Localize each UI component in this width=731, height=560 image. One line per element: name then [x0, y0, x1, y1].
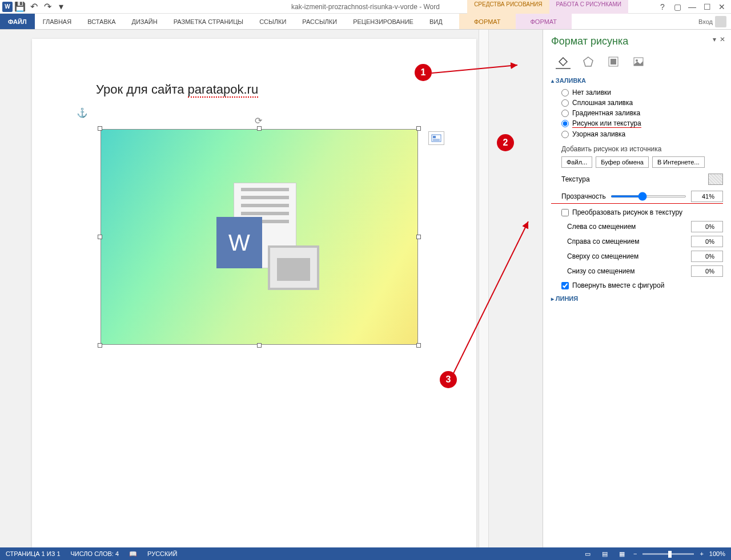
- statusbar: СТРАНИЦА 1 ИЗ 1 ЧИСЛО СЛОВ: 4 📖 РУССКИЙ …: [0, 547, 731, 560]
- online-button[interactable]: В Интернете...: [652, 156, 705, 168]
- offset-right-spinner[interactable]: [691, 236, 723, 247]
- offset-top-spinner[interactable]: [691, 251, 723, 262]
- status-page[interactable]: СТРАНИЦА 1 ИЗ 1: [6, 550, 61, 557]
- login-link[interactable]: Вход: [698, 18, 713, 25]
- file-button[interactable]: Файл...: [561, 156, 592, 168]
- page-heading: Урок для сайта paratapok.ru: [96, 82, 258, 97]
- transparency-label: Прозрачность: [561, 192, 606, 200]
- view-web-icon[interactable]: ▦: [616, 549, 628, 558]
- svg-line-9: [432, 65, 517, 73]
- resize-handle[interactable]: [98, 126, 102, 131]
- fill-solid-radio[interactable]: Сплошная заливка: [561, 99, 723, 107]
- status-proof-icon[interactable]: 📖: [129, 550, 137, 558]
- transparency-spinner[interactable]: [691, 191, 723, 202]
- fill-gradient-radio[interactable]: Градиентная заливка: [561, 109, 723, 117]
- anchor-icon: ⚓: [77, 107, 88, 118]
- status-words[interactable]: ЧИСЛО СЛОВ: 4: [71, 550, 119, 557]
- tab-design[interactable]: ДИЗАЙН: [123, 14, 165, 29]
- offset-top-label: Сверху со смещением: [567, 252, 691, 260]
- tab-layout[interactable]: РАЗМЕТКА СТРАНИЦЫ: [166, 14, 251, 29]
- offset-right-label: Справа со смещением: [567, 237, 691, 245]
- undo-icon[interactable]: ↶: [27, 1, 40, 13]
- annotation-badge-2: 2: [497, 134, 514, 151]
- tab-mailings[interactable]: РАССЫЛКИ: [294, 14, 345, 29]
- tab-insert[interactable]: ВСТАВКА: [79, 14, 123, 29]
- zoom-in-icon[interactable]: +: [700, 550, 703, 557]
- zoom-slider[interactable]: [642, 553, 694, 555]
- word-app-icon: W: [2, 2, 13, 12]
- shape-inner-graphic: W: [199, 177, 319, 297]
- ribbon-display-icon[interactable]: ▢: [672, 1, 683, 13]
- svg-line-10: [452, 221, 528, 376]
- annotation-badge-3: 3: [440, 371, 457, 388]
- resize-handle[interactable]: [98, 235, 102, 239]
- fill-section-header[interactable]: ЗАЛИВКА: [551, 77, 723, 84]
- rotate-checkbox[interactable]: [561, 282, 569, 289]
- resize-handle[interactable]: [257, 126, 262, 131]
- resize-handle[interactable]: [416, 235, 421, 239]
- annotation-badge-1: 1: [415, 64, 432, 81]
- offset-bottom-label: Снизу со смещением: [567, 267, 691, 275]
- tab-view[interactable]: ВИД: [421, 14, 451, 29]
- transparency-slider[interactable]: [610, 195, 686, 198]
- redo-icon[interactable]: ↷: [41, 1, 54, 13]
- fill-pattern-radio[interactable]: Узорная заливка: [561, 130, 723, 138]
- avatar-icon[interactable]: [715, 16, 726, 27]
- transparency-row: Прозрачность: [551, 191, 723, 204]
- clipboard-button[interactable]: Буфер обмена: [596, 156, 649, 168]
- help-icon[interactable]: ?: [657, 1, 668, 13]
- offset-left-spinner[interactable]: [691, 221, 723, 232]
- pane-title: Формат рисунка: [551, 35, 723, 47]
- titlebar: W 💾 ↶ ↷ ▾ kak-izmenit-prozrachnost-risun…: [0, 0, 731, 14]
- page: Урок для сайта paratapok.ru ⚓ ⟳ W: [32, 39, 476, 547]
- fill-line-tab-icon[interactable]: [556, 54, 571, 69]
- source-label: Добавить рисунок из источника: [561, 145, 723, 153]
- tab-references[interactable]: ССЫЛКИ: [251, 14, 294, 29]
- tile-checkbox-row[interactable]: Преобразовать рисунок в текстуру: [551, 208, 723, 216]
- resize-handle[interactable]: [416, 343, 421, 348]
- tab-drawing-format[interactable]: ФОРМАТ: [459, 14, 516, 29]
- rotate-handle-icon[interactable]: ⟳: [255, 115, 264, 124]
- offset-bottom-spinner[interactable]: [691, 265, 723, 277]
- ribbon-tabs: ФАЙЛ ГЛАВНАЯ ВСТАВКА ДИЗАЙН РАЗМЕТКА СТР…: [0, 14, 731, 30]
- fill-none-radio[interactable]: Нет заливки: [561, 88, 723, 96]
- selected-shape[interactable]: ⟳ W: [101, 129, 418, 345]
- zoom-level[interactable]: 100%: [709, 550, 725, 557]
- contextual-picture-tools[interactable]: РАБОТА С РИСУНКАМИ: [549, 0, 628, 14]
- rotate-checkbox-row[interactable]: Повернуть вместе с фигурой: [551, 281, 723, 289]
- status-language[interactable]: РУССКИЙ: [147, 550, 177, 557]
- texture-dropdown[interactable]: [708, 174, 723, 185]
- fill-picture-radio[interactable]: Рисунок или текстура: [561, 119, 723, 128]
- effects-tab-icon[interactable]: [581, 54, 596, 69]
- maximize-icon[interactable]: ☐: [701, 1, 713, 13]
- minimize-icon[interactable]: —: [686, 1, 698, 13]
- zoom-out-icon[interactable]: −: [633, 550, 637, 557]
- tab-picture-format[interactable]: ФОРМАТ: [516, 14, 572, 29]
- window-title: kak-izmenit-prozrachnost-risunka-v-vorde…: [291, 3, 440, 11]
- resize-handle[interactable]: [98, 343, 102, 348]
- svg-marker-4: [584, 57, 593, 66]
- close-icon[interactable]: ✕: [716, 1, 728, 13]
- layout-tab-icon[interactable]: [606, 54, 621, 69]
- tab-file[interactable]: ФАЙЛ: [0, 14, 35, 29]
- picture-tab-icon[interactable]: [631, 54, 646, 69]
- tab-review[interactable]: РЕЦЕНЗИРОВАНИЕ: [345, 14, 421, 29]
- pane-options-icon[interactable]: ▾: [713, 35, 716, 43]
- svg-point-8: [636, 59, 638, 62]
- line-section-header[interactable]: ЛИНИЯ: [551, 295, 723, 302]
- svg-rect-6: [610, 59, 616, 65]
- view-print-icon[interactable]: ▤: [599, 549, 610, 558]
- view-read-icon[interactable]: ▭: [582, 549, 593, 558]
- tile-checkbox[interactable]: [561, 209, 569, 216]
- resize-handle[interactable]: [416, 126, 421, 131]
- resize-handle[interactable]: [257, 343, 262, 348]
- svg-rect-1: [433, 136, 436, 138]
- save-icon[interactable]: 💾: [14, 1, 26, 13]
- offset-left-label: Слева со смещением: [567, 223, 691, 231]
- texture-label: Текстура: [561, 175, 590, 183]
- tab-home[interactable]: ГЛАВНАЯ: [35, 14, 79, 29]
- contextual-drawing-tools[interactable]: СРЕДСТВА РИСОВАНИЯ: [467, 0, 549, 14]
- qat-customize-icon[interactable]: ▾: [55, 1, 67, 13]
- pane-close-icon[interactable]: ✕: [720, 35, 725, 43]
- layout-options-button[interactable]: [428, 131, 444, 145]
